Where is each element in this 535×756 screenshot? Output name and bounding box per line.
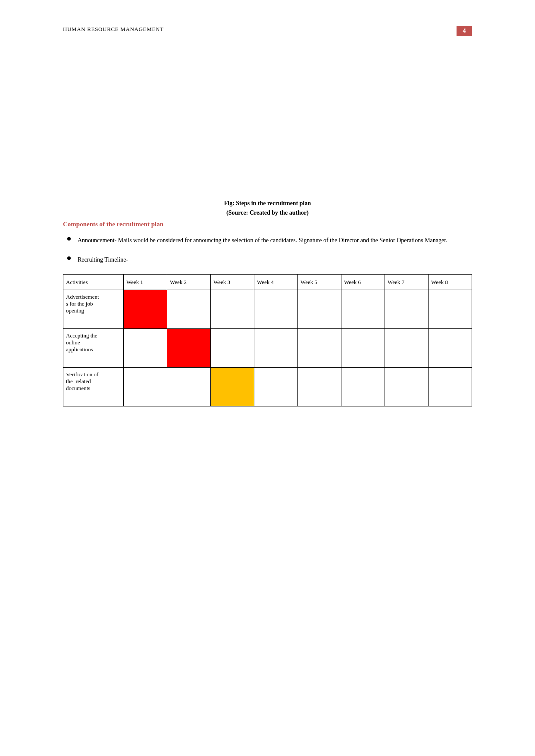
fig-caption-line2: (Source: Created by the author) [63,209,472,216]
col-header-week7: Week 7 [385,275,429,290]
cell-accepting-week3 [211,329,254,368]
cell-verification-week3 [211,368,254,406]
bullet-dot-icon [67,256,71,260]
col-header-week2: Week 2 [167,275,211,290]
cell-accepting-week6 [341,329,385,368]
list-item: Announcement- Mails would be considered … [63,235,472,247]
bullet-dot-icon [67,237,71,241]
cell-verification-week2 [167,368,211,406]
col-header-week6: Week 6 [341,275,385,290]
row-label-verification: Verification ofthe relateddocuments [63,368,124,406]
cell-advertisement-week1 [124,290,167,329]
cell-advertisement-week6 [341,290,385,329]
cell-advertisement-week3 [211,290,254,329]
page-header: HUMAN RESOURCE MANAGEMENT 4 [63,26,472,36]
figure-area [63,36,472,200]
cell-accepting-week2 [167,329,211,368]
row-label-accepting: Accepting theonlineapplications [63,329,124,368]
page-number: 4 [457,26,472,36]
col-header-week4: Week 4 [254,275,298,290]
cell-advertisement-week5 [298,290,341,329]
table-row: Advertisements for the jobopening [63,290,472,329]
col-header-week1: Week 1 [124,275,167,290]
cell-advertisement-week4 [254,290,298,329]
col-header-week3: Week 3 [211,275,254,290]
document-title: HUMAN RESOURCE MANAGEMENT [63,26,164,33]
recruitment-timeline-table: Activities Week 1 Week 2 Week 3 Week 4 W… [63,274,472,406]
cell-accepting-week1 [124,329,167,368]
cell-verification-week6 [341,368,385,406]
row-label-advertisement: Advertisements for the jobopening [63,290,124,329]
cell-advertisement-week2 [167,290,211,329]
col-header-activities: Activities [63,275,124,290]
cell-verification-week4 [254,368,298,406]
cell-accepting-week4 [254,329,298,368]
col-header-week8: Week 8 [429,275,472,290]
cell-verification-week5 [298,368,341,406]
cell-verification-week1 [124,368,167,406]
table-row: Verification ofthe relateddocuments [63,368,472,406]
table-header-row: Activities Week 1 Week 2 Week 3 Week 4 W… [63,275,472,290]
section-heading: Components of the recruitment plan [63,221,472,228]
table-row: Accepting theonlineapplications [63,329,472,368]
bullet-text-1: Announcement- Mails would be considered … [78,235,447,247]
cell-advertisement-week7 [385,290,429,329]
col-header-week5: Week 5 [298,275,341,290]
cell-accepting-week5 [298,329,341,368]
cell-verification-week7 [385,368,429,406]
bullet-text-2: Recruiting Timeline- [78,254,128,266]
fig-caption-line1: Fig: Steps in the recruitment plan [63,200,472,207]
bullet-list: Announcement- Mails would be considered … [63,235,472,266]
page: HUMAN RESOURCE MANAGEMENT 4 Fig: Steps i… [0,0,535,756]
list-item: Recruiting Timeline- [63,254,472,266]
cell-advertisement-week8 [429,290,472,329]
cell-accepting-week7 [385,329,429,368]
fig-caption: Fig: Steps in the recruitment plan (Sour… [63,200,472,216]
cell-verification-week8 [429,368,472,406]
cell-accepting-week8 [429,329,472,368]
timeline-table: Activities Week 1 Week 2 Week 3 Week 4 W… [63,274,472,406]
